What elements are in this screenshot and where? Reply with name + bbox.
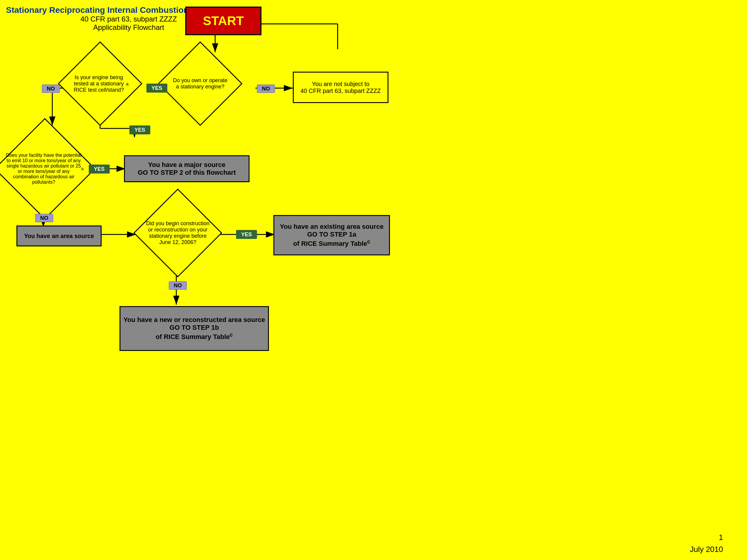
not-subject-box: You are not subject to40 CFR part 63, su… (293, 72, 388, 103)
not-subject-label: You are not subject to40 CFR part 63, su… (301, 81, 381, 95)
new-area-source-box: You have a new or reconstructed area sou… (120, 306, 269, 351)
major-source-label: You have a major sourceGO TO STEP 2 of t… (138, 161, 236, 177)
start-button[interactable]: START (185, 6, 261, 35)
diamond-construction-date: Did you begin construction or reconstruc… (137, 193, 218, 273)
major-source-box: You have a major sourceGO TO STEP 2 of t… (124, 155, 250, 182)
new-area-source-label: You have a new or reconstructed area sou… (123, 316, 265, 341)
diamond-potential-emit-label: Does your facility have the potential to… (0, 124, 89, 214)
diamond-potential-emit: Does your facility have the potential to… (0, 124, 89, 214)
no-label-d3: NO (35, 214, 53, 222)
page-number: 1 (719, 533, 723, 542)
existing-area-source-label: You have an existing area sourceGO TO ST… (280, 223, 384, 247)
diamond-own-operate-label: Do you own or operate a stationary engin… (163, 46, 237, 121)
yes-label-d1-bottom: YES (129, 126, 150, 134)
no-label-d2: NO (257, 84, 275, 93)
area-source-box: You have an area source (17, 225, 102, 246)
no-label-d4: NO (169, 281, 187, 290)
footer-date: July 2010 (690, 545, 723, 554)
yes-label-d3: YES (89, 165, 110, 174)
no-label-d1: NO (42, 84, 60, 93)
area-source-label: You have an area source (24, 233, 94, 240)
diamond-engine-tested-label: Is your engine being tested at a station… (63, 46, 137, 121)
diamond-own-operate: Do you own or operate a stationary engin… (163, 46, 237, 121)
existing-area-source-box: You have an existing area sourceGO TO ST… (274, 215, 390, 256)
diamond-engine-tested: Is your engine being tested at a station… (63, 46, 137, 121)
yes-label-d4: YES (236, 230, 257, 239)
diamond-construction-date-label: Did you begin construction or reconstruc… (137, 193, 218, 273)
